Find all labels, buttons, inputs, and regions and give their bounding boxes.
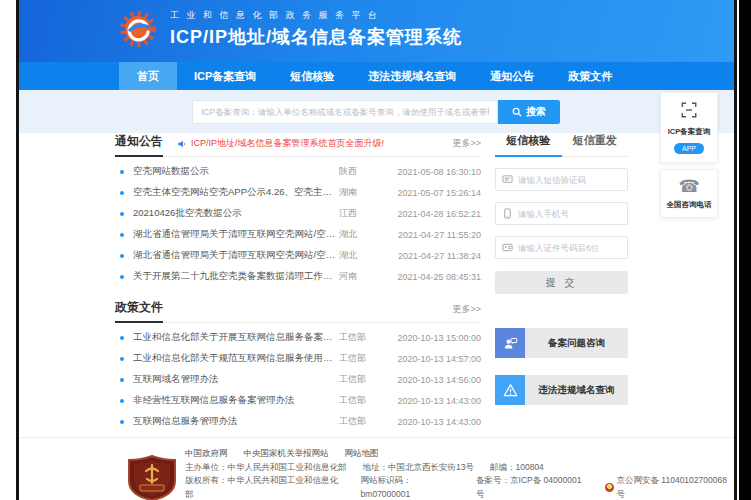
nav-item-sms-verify[interactable]: 短信核验 [273, 62, 351, 90]
speaker-icon [177, 139, 187, 149]
policy-list: 工业和信息化部关于开展互联网信息服务备案用户真实身份信息电 工信部 2020-1… [115, 323, 481, 432]
bullet-icon [120, 378, 124, 382]
site-header: 工业和信息化部政务服务平台 ICP/IP地址/域名信息备案管理系统 [19, 0, 734, 62]
notice-time: 2021-04-27 11:38:24 [389, 251, 481, 261]
notices-title: 通知公告 [115, 133, 163, 157]
notice-region: 陕西 [339, 165, 389, 178]
footer-link-gov[interactable]: 中国政府网 [185, 447, 228, 461]
tab-sms-resend[interactable]: 短信重发 [562, 133, 629, 156]
consult-quick-link[interactable]: 备案问题咨询 [495, 328, 628, 358]
person-chat-icon [503, 336, 518, 351]
policy-source: 工信部 [339, 331, 389, 344]
notice-time: 2021-04-25 08:45:31 [389, 272, 481, 282]
policy-row[interactable]: 非经营性互联网信息服务备案管理办法 工信部 2020-10-13 14:43:0… [115, 390, 481, 411]
policy-row[interactable]: 工业和信息化部关于开展互联网信息服务备案用户真实身份信息电 工信部 2020-1… [115, 327, 481, 348]
policy-row[interactable]: 互联网域名管理办法 工信部 2020-10-13 14:56:00 [115, 369, 481, 390]
policy-time: 2020-10-13 14:43:00 [389, 417, 481, 427]
policies-header: 政策文件 更多>> [115, 299, 481, 323]
policy-row[interactable]: 工业和信息化部关于规范互联网信息服务使用域名的通知 工信部 2020-10-13… [115, 348, 481, 369]
phone-input[interactable] [518, 209, 621, 219]
notice-title: 空壳主体空壳网站空壳APP公示4.26、空壳主体空壳网站空壳 [133, 186, 339, 199]
policy-source: 工信部 [339, 415, 389, 428]
bullet-icon [120, 191, 124, 195]
site-footer: 中国政府网 中央国家机关举报网站 网站地图 主办单位：中华人民共和国工业和信息化… [19, 437, 734, 500]
search-input[interactable] [192, 100, 498, 124]
policy-source: 工信部 [339, 352, 389, 365]
policy-source: 工信部 [339, 373, 389, 386]
mobile-phone-icon [502, 208, 513, 219]
policies-title: 政策文件 [115, 299, 163, 323]
icp-app-widget[interactable]: ICP备案查询 APP [660, 92, 718, 163]
icp-app-widget-label: ICP备案查询 [663, 127, 715, 137]
notice-title: 湖北省通信管理局关于清理互联网空壳网站/空壳主体的公示 [133, 228, 339, 241]
notice-region: 湖北 [339, 249, 389, 262]
illegal-domain-quick-link-label: 违法违规域名查询 [525, 375, 628, 405]
policy-time: 2020-10-13 15:00:00 [389, 333, 481, 343]
footer-police-number: 京公网安备 11040102700068号 [617, 474, 735, 500]
footer-postcode: 邮编：100804 [490, 461, 544, 475]
message-icon [502, 174, 513, 185]
content-left-column: 通知公告 ICP/IP地址/域名信息备案管理系统首页全面升级! 更多>> 空壳网… [115, 133, 481, 432]
submit-button[interactable]: 提 交 [495, 271, 628, 294]
notice-title: 20210426批空壳数据公示 [133, 207, 339, 220]
notice-marquee[interactable]: ICP/IP地址/域名信息备案管理系统首页全面升级! [177, 137, 384, 156]
policy-time: 2020-10-13 14:57:00 [389, 354, 481, 364]
notice-row[interactable]: 关于开展第二十九批空壳类备案数据清理工作的通知 河南 2021-04-25 08… [115, 266, 481, 287]
notice-title: 湖北省通信管理局关于清理互联网空壳网站/空壳主体的公示 [133, 249, 339, 262]
search-icon [512, 107, 522, 117]
illegal-domain-quick-link[interactable]: 违法违规域名查询 [495, 375, 628, 405]
nav-item-illegal-domain[interactable]: 违法违规域名查询 [351, 62, 473, 90]
hotline-widget[interactable]: ☎ 全国咨询电话 [660, 169, 718, 218]
bullet-icon [120, 233, 124, 237]
footer-address: 地址：中国北京西长安街13号 [363, 461, 474, 475]
hotline-widget-label: 全国咨询电话 [663, 200, 715, 210]
notice-region: 湖南 [339, 186, 389, 199]
main-nav: 首页 ICP备案查询 短信核验 违法违规域名查询 通知公告 政策文件 [19, 62, 734, 90]
notice-time: 2021-04-27 11:55:20 [389, 230, 481, 240]
search-button[interactable]: 搜索 [498, 100, 560, 124]
bullet-icon [120, 399, 124, 403]
notice-region: 江西 [339, 207, 389, 220]
policy-row[interactable]: 互联网信息服务管理办法 工信部 2020-10-13 14:43:00 [115, 411, 481, 432]
gov-shield-logo [127, 455, 177, 500]
policy-time: 2020-10-13 14:56:00 [389, 375, 481, 385]
notice-title: 关于开展第二十九批空壳类备案数据清理工作的通知 [133, 270, 339, 283]
policy-title: 互联网域名管理办法 [133, 373, 339, 386]
site-title: ICP/IP地址/域名信息备案管理系统 [170, 25, 462, 49]
notice-row[interactable]: 20210426批空壳数据公示 江西 2021-04-28 16:52:21 [115, 203, 481, 224]
nav-item-home[interactable]: 首页 [119, 62, 177, 90]
notice-row[interactable]: 湖北省通信管理局关于清理互联网空壳网站/空壳主体的公示 湖北 2021-04-2… [115, 245, 481, 266]
footer-police-item[interactable]: 京公网安备 11040102700068号 [605, 474, 734, 500]
id-number-input[interactable] [518, 243, 621, 253]
footer-link-sitemap[interactable]: 网站地图 [345, 447, 379, 461]
tab-sms-verify[interactable]: 短信核验 [495, 133, 562, 157]
notices-more-link[interactable]: 更多>> [452, 137, 481, 156]
sms-tabs: 短信核验 短信重发 [495, 133, 628, 157]
notice-region: 湖北 [339, 228, 389, 241]
sms-panel: 短信核验 短信重发 提 [495, 133, 628, 405]
nav-item-notices[interactable]: 通知公告 [473, 62, 551, 90]
bullet-icon [120, 254, 124, 258]
footer-link-report[interactable]: 中央国家机关举报网站 [244, 447, 329, 461]
policy-source: 工信部 [339, 394, 389, 407]
notice-marquee-text: ICP/IP地址/域名信息备案管理系统首页全面升级! [191, 137, 384, 150]
footer-organizer: 主办单位：中华人民共和国工业和信息化部 [185, 461, 347, 475]
sms-code-input[interactable] [518, 175, 621, 185]
telephone-icon: ☎ [663, 178, 715, 196]
search-button-label: 搜索 [526, 105, 546, 119]
app-badge: APP [674, 143, 704, 154]
police-badge-icon [605, 483, 614, 492]
footer-copyright: 版权所有：中华人民共和国工业和信息化部 [185, 474, 345, 500]
window-black-strip [739, 0, 751, 500]
notice-row[interactable]: 空壳网站数据公示 陕西 2021-05-08 16:30:10 [115, 161, 481, 182]
footer-copyright-line: 版权所有：中华人民共和国工业和信息化部 网站标识码：bm07000001 备案号… [185, 474, 734, 500]
policy-time: 2020-10-13 14:43:00 [389, 396, 481, 406]
bullet-icon [120, 336, 124, 340]
notice-time: 2021-05-08 16:30:10 [389, 167, 481, 177]
notice-row[interactable]: 空壳主体空壳网站空壳APP公示4.26、空壳主体空壳网站空壳 湖南 2021-0… [115, 182, 481, 203]
notice-row[interactable]: 湖北省通信管理局关于清理互联网空壳网站/空壳主体的公示 湖北 2021-04-2… [115, 224, 481, 245]
footer-icp-number[interactable]: 备案号：京ICP备 04000001号 [476, 474, 589, 500]
nav-item-policies[interactable]: 政策文件 [551, 62, 629, 90]
policies-more-link[interactable]: 更多>> [452, 303, 481, 322]
nav-item-icp-query[interactable]: ICP备案查询 [177, 62, 273, 90]
